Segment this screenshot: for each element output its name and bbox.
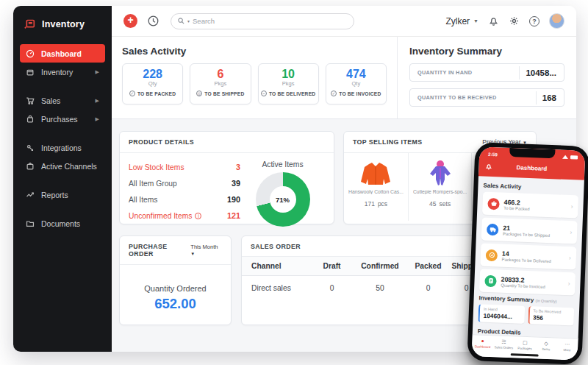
all-items-row[interactable]: All Items 190 <box>129 191 240 208</box>
org-switcher[interactable]: Zylker ▼ <box>445 16 478 26</box>
box-icon <box>26 68 35 77</box>
active-items-label: Active Items <box>240 160 325 169</box>
recent-activity-icon[interactable] <box>147 15 159 27</box>
notifications-bell-icon[interactable] <box>488 15 499 26</box>
search-input[interactable] <box>193 17 347 25</box>
target-circle-icon: ◎ <box>196 91 202 96</box>
sales-activity-section: Sales Activity 228 Qty ✓TO BE PACKED 6 P… <box>112 37 397 118</box>
phone-to-be-delivered-item[interactable]: 14 Packages To be Delivered › <box>480 244 576 270</box>
quantity-ordered-label: Quantity Ordered <box>120 284 231 293</box>
search-scope-caret-icon[interactable]: ▾ <box>187 18 190 24</box>
to-be-packed-card[interactable]: 228 Qty ✓TO BE PACKED <box>122 63 183 104</box>
sidebar-item-reports[interactable]: Reports <box>20 185 105 204</box>
quantity-to-be-received-row[interactable]: QUANTITY TO BE RECEIVED 168 <box>409 88 564 107</box>
chevron-right-icon: ▶ <box>96 69 99 75</box>
column-header[interactable]: Packed <box>408 257 449 276</box>
purchase-order-title: PURCHASE ORDER <box>129 243 190 258</box>
unconfirmed-items-row[interactable]: Unconfirmed Items i 121 <box>129 208 240 224</box>
user-avatar[interactable] <box>549 13 564 29</box>
phone-tab-sales-orders[interactable]: ☴ Sales Orders <box>493 339 514 350</box>
sidebar-item-active-channels[interactable]: Active Channels <box>20 157 105 175</box>
phone-in-hand-card[interactable]: In Hand 1046044... <box>478 304 524 323</box>
sales-order-title: SALES ORDER <box>251 243 301 250</box>
to-be-delivered-card[interactable]: 10 Pkgs −TO BE DELIVERED <box>258 63 319 104</box>
phone-tab-items[interactable]: ◇ Items <box>535 340 556 351</box>
phone-tab-more[interactable]: ⋯ More <box>556 341 578 352</box>
phone-tab-bar: ● Dashboard ☴ Sales Orders ▢ Packages ◇ … <box>472 334 578 361</box>
sidebar-item-inventory[interactable]: Inventory ▶ <box>20 63 105 81</box>
chart-line-icon <box>26 191 35 199</box>
sidebar: Inventory Dashboard Inventory ▶ Sales ▶ … <box>13 6 112 352</box>
sidebar-item-dashboard[interactable]: Dashboard <box>20 44 105 63</box>
sales-order-card: SALES ORDER Channel Draft Confirmed Pack… <box>241 235 485 325</box>
phone-notch <box>509 148 555 158</box>
invoice-icon <box>484 274 497 287</box>
help-icon[interactable]: ? <box>529 16 539 26</box>
check-circle-icon: ✓ <box>129 91 135 96</box>
all-item-group-row[interactable]: All Item Group 39 <box>129 175 240 191</box>
sidebar-item-purchases[interactable]: Purchases ▶ <box>20 110 105 128</box>
phone-tab-packages[interactable]: ▢ Packages <box>514 339 536 350</box>
battery-icon <box>570 155 578 159</box>
sidebar-item-sales[interactable]: Sales ▶ <box>20 91 105 110</box>
wifi-icon <box>562 155 568 158</box>
gauge-icon: ● <box>472 338 493 344</box>
more-ellipsis-icon: ⋯ <box>556 341 578 348</box>
phone-clock: 2:59 <box>488 151 498 156</box>
to-be-shipped-card[interactable]: 6 Pkgs ◎TO BE SHIPPED <box>190 63 251 104</box>
phone-to-be-received-card[interactable]: To Be Received 356 <box>528 306 574 325</box>
sales-order-table: Channel Draft Confirmed Packed Shipped D… <box>242 256 484 300</box>
chevron-right-icon: ▶ <box>96 116 99 122</box>
inventory-summary-title: Inventory Summary <box>409 46 564 57</box>
settings-gear-icon[interactable] <box>509 15 520 26</box>
column-header[interactable]: Confirmed <box>352 257 408 276</box>
rompers-product-image <box>413 158 467 189</box>
phone-screen: 2:59 Dashboard Sales Activity <box>472 146 586 360</box>
top-selling-item[interactable]: Hanswooly Cotton Cas... 171 pcs <box>344 153 409 221</box>
dashboard-icon <box>26 49 35 58</box>
top-selling-item[interactable]: Cutiepie Rompers-spo... 45 sets <box>409 153 473 221</box>
app-logo[interactable]: Inventory <box>13 6 112 40</box>
sidebar-item-integrations[interactable]: Integrations <box>20 138 105 157</box>
phone-to-be-invoiced-item[interactable]: 20833.2 Quantity To be Invoiced › <box>479 269 576 295</box>
phone-mockup: 2:59 Dashboard Sales Activity <box>467 142 588 365</box>
folder-icon <box>26 219 35 228</box>
check-circle-icon: ✓ <box>331 91 337 96</box>
info-icon[interactable]: i <box>195 213 201 219</box>
truck-icon <box>487 223 499 235</box>
column-header[interactable]: Draft <box>312 257 352 276</box>
package-icon: ▢ <box>514 339 536 346</box>
integrations-icon <box>26 143 35 152</box>
phone-to-be-packed-item[interactable]: 466.2 To be Packed › <box>482 192 578 219</box>
item-qty: 171 <box>365 200 375 208</box>
item-qty: 45 <box>429 200 436 208</box>
chevron-right-icon: › <box>568 280 570 287</box>
donut-percent-label: 71% <box>256 172 310 227</box>
cart-icon: ☴ <box>493 339 514 345</box>
active-items-donut-chart: 71% <box>256 172 310 227</box>
chevron-right-icon: › <box>569 255 571 261</box>
chevron-right-icon: ▶ <box>96 98 99 104</box>
inventory-logo-icon <box>24 18 36 29</box>
phone-tab-dashboard[interactable]: ● Dashboard <box>472 338 493 349</box>
quantity-in-hand-row[interactable]: QUANTITY IN HAND 10458... <box>409 63 564 82</box>
minus-circle-icon: − <box>261 91 267 96</box>
screenshot-stage: Inventory Dashboard Inventory ▶ Sales ▶ … <box>0 0 588 365</box>
table-row[interactable]: Direct sales 0 50 0 0 <box>242 276 484 301</box>
tag-icon: ◇ <box>536 340 557 347</box>
summary-band: Sales Activity 228 Qty ✓TO BE PACKED 6 P… <box>112 37 576 119</box>
app-title: Inventory <box>42 19 85 29</box>
to-be-invoiced-card[interactable]: 474 Qty ✓TO BE INVOICED <box>326 63 387 104</box>
search-box[interactable]: ▾ <box>171 13 354 29</box>
phone-bell-icon[interactable] <box>485 160 492 173</box>
cart-icon <box>26 96 35 105</box>
phone-to-be-shipped-item[interactable]: 21 Packages To be Shipped › <box>481 218 578 244</box>
column-header[interactable]: Channel <box>242 257 312 276</box>
low-stock-items-row[interactable]: Low Stock Items 3 <box>129 159 240 175</box>
product-details-card: PRODUCT DETAILS Low Stock Items 3 All It… <box>119 131 334 224</box>
phone-page-title: Dashboard <box>478 163 584 174</box>
sidebar-item-documents[interactable]: Documents <box>20 214 105 233</box>
quick-create-button[interactable]: + <box>123 14 137 28</box>
chevron-down-icon: ▼ <box>190 252 195 256</box>
purchase-order-filter-dropdown[interactable]: This Month ▼ <box>190 244 222 257</box>
